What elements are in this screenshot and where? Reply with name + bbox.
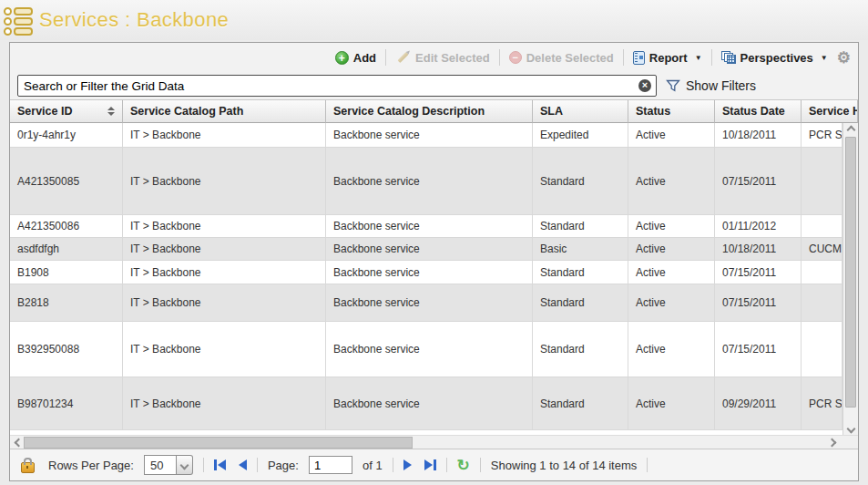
delete-selected-button[interactable]: − Delete Selected <box>509 51 614 65</box>
report-label: Report <box>649 51 688 65</box>
next-page-button[interactable] <box>403 459 412 470</box>
cell-service-catalog-path: IT > Backbone <box>123 377 326 429</box>
cell-status-date: 07/15/2011 <box>715 284 802 321</box>
vertical-scrollbar[interactable] <box>842 123 858 435</box>
settings-gear-icon[interactable]: ⚙ <box>837 50 851 66</box>
cell-status: Active <box>628 284 715 321</box>
delete-selected-label: Delete Selected <box>526 51 614 65</box>
search-input[interactable] <box>17 75 657 97</box>
cell-sla: Standard <box>533 261 628 284</box>
cell-status-date: 09/29/2011 <box>715 377 802 429</box>
column-header-label: Service Catalog Path <box>130 105 243 118</box>
add-button[interactable]: + Add <box>335 51 376 65</box>
pagination-separator <box>647 458 648 472</box>
column-header-service-h[interactable]: Service H <box>802 100 858 123</box>
horizontal-scrollbar-thumb[interactable] <box>24 437 413 449</box>
column-header-label: Service H <box>809 105 858 118</box>
show-filters-button[interactable]: Show Filters <box>666 78 756 93</box>
cell-service-h <box>802 284 842 321</box>
cell-status-date: 01/11/2012 <box>715 215 802 237</box>
last-page-button[interactable] <box>424 459 436 470</box>
page-label: Page: <box>268 459 299 472</box>
scroll-up-arrow[interactable] <box>843 123 858 136</box>
scroll-left-arrow[interactable] <box>12 436 25 449</box>
vertical-scrollbar-thumb[interactable] <box>845 137 856 408</box>
perspectives-button[interactable]: Perspectives ▼ <box>721 51 828 65</box>
showing-items-text: Showing 1 to 14 of 14 items <box>491 459 637 472</box>
cell-service-id: B1908 <box>10 261 123 284</box>
clear-search-icon[interactable]: × <box>638 79 651 92</box>
cell-service-catalog-path: IT > Backbone <box>123 238 326 260</box>
rows-per-page-dropdown-icon <box>177 455 193 475</box>
cell-service-h <box>802 215 842 237</box>
table-row[interactable]: B392950088IT > BackboneBackbone serviceS… <box>10 322 842 377</box>
page-of-label: of 1 <box>363 459 383 472</box>
table-row[interactable]: asdfdfghIT > BackboneBackbone serviceBas… <box>10 238 842 261</box>
pagination-separator <box>480 458 481 472</box>
cell-service-id: 0r1y-4ahr1y <box>10 123 123 147</box>
cell-service-catalog-path: IT > Backbone <box>123 284 326 321</box>
cell-status-date: 10/18/2011 <box>715 123 802 147</box>
cell-service-catalog-path: IT > Backbone <box>123 123 326 147</box>
scroll-down-arrow[interactable] <box>843 422 858 435</box>
cell-sla: Expedited <box>533 123 628 147</box>
cell-status: Active <box>628 215 715 237</box>
scroll-right-arrow[interactable] <box>825 436 838 449</box>
app-header: Services : Backbone <box>0 0 868 40</box>
table-row[interactable]: A421350085IT > BackboneBackbone serviceS… <box>10 148 842 215</box>
grid-panel: + Add Edit Selected − Delete Selected Re… <box>9 42 859 481</box>
column-header-status[interactable]: Status <box>628 100 715 123</box>
page-number-input[interactable] <box>309 456 352 474</box>
cell-service-id: B98701234 <box>10 377 123 429</box>
cell-service-catalog-description: Backbone service <box>326 322 533 377</box>
table-row[interactable]: 0r1y-4ahr1yIT > BackboneBackbone service… <box>10 123 842 148</box>
column-header-sla[interactable]: SLA <box>533 100 628 123</box>
refresh-icon[interactable]: ↻ <box>457 458 470 473</box>
cell-service-catalog-description: Backbone service <box>326 238 533 260</box>
lock-icon[interactable] <box>21 462 35 473</box>
toolbar-separator <box>623 49 624 66</box>
report-button[interactable]: Report ▼ <box>633 51 702 65</box>
cell-service-id: B392950088 <box>10 322 123 377</box>
cell-service-h: PCR Sw <box>802 123 842 147</box>
cell-service-catalog-path: IT > Backbone <box>123 215 326 237</box>
table-row[interactable]: B98701234IT > BackboneBackbone serviceSt… <box>10 377 842 430</box>
previous-page-button[interactable] <box>239 459 247 470</box>
rows-per-page-select[interactable]: 50 <box>144 455 193 475</box>
table-row[interactable]: A421350086IT > BackboneBackbone serviceS… <box>10 215 842 238</box>
cell-service-h <box>802 261 842 284</box>
cell-service-id: A421350085 <box>10 148 123 214</box>
sort-icon[interactable] <box>102 107 115 116</box>
cell-service-catalog-description: Backbone service <box>326 284 533 321</box>
column-header-label: Status <box>636 105 670 118</box>
cell-service-catalog-description: Backbone service <box>326 148 533 214</box>
page-title: Services : Backbone <box>39 8 229 32</box>
cell-status-date: 10/18/2011 <box>715 238 802 260</box>
column-header-label: Status Date <box>722 105 785 118</box>
table-row[interactable]: B2818IT > BackboneBackbone serviceStanda… <box>10 284 842 322</box>
horizontal-scrollbar[interactable] <box>10 435 858 449</box>
toolbar-separator <box>385 49 386 66</box>
column-header-service-id[interactable]: Service ID <box>10 100 123 123</box>
cell-service-h: CUCM S <box>802 238 842 260</box>
column-header-service-catalog-description[interactable]: Service Catalog Description <box>326 100 533 123</box>
cell-service-catalog-description: Backbone service <box>326 377 533 429</box>
cell-service-catalog-path: IT > Backbone <box>123 261 326 284</box>
grid-rows: 0r1y-4ahr1yIT > BackboneBackbone service… <box>10 123 842 435</box>
cell-service-catalog-path: IT > Backbone <box>123 322 326 377</box>
perspectives-icon <box>721 51 736 65</box>
table-row[interactable]: B1908IT > BackboneBackbone serviceStanda… <box>10 261 842 284</box>
cell-status-date: 07/15/2011 <box>715 322 802 377</box>
cell-status: Active <box>628 261 715 284</box>
chevron-down-icon: ▼ <box>695 54 702 62</box>
add-icon: + <box>335 51 349 65</box>
rows-per-page-label: Rows Per Page: <box>48 459 134 472</box>
column-header-service-catalog-path[interactable]: Service Catalog Path <box>123 100 326 123</box>
edit-selected-button[interactable]: Edit Selected <box>395 51 490 65</box>
cell-service-id: A421350086 <box>10 215 123 237</box>
first-page-button[interactable] <box>214 459 226 470</box>
cell-status: Active <box>628 148 715 214</box>
cell-sla: Standard <box>533 215 628 237</box>
column-header-label: Service ID <box>17 105 72 118</box>
column-header-status-date[interactable]: Status Date <box>715 100 802 123</box>
